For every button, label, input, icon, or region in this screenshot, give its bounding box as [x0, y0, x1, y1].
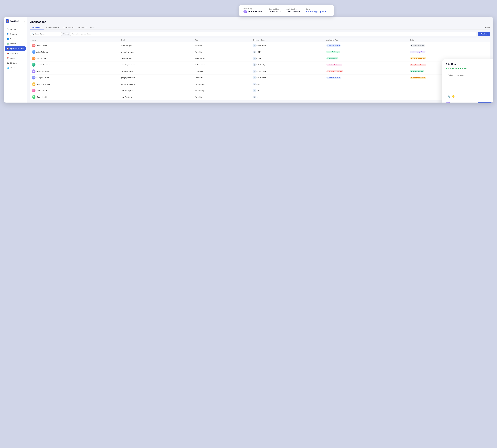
table-row[interactable]: WK Whitney D. Kenney whitney@realty.com …	[30, 81, 490, 87]
status-cell: Pending Applicant	[408, 49, 490, 55]
title-cell: Broker Record	[193, 55, 251, 62]
email-cell: sean@realty.com	[120, 87, 193, 94]
applications-badge: 50	[20, 48, 24, 49]
name-cell: MD Mary G. Dunkle	[32, 95, 118, 99]
page-title: Applications	[30, 20, 490, 24]
tab-non-members[interactable]: Non-Members (15)	[44, 26, 61, 30]
brokerage-cell: 🏢 Sav...	[251, 94, 325, 100]
table-row[interactable]: MD Mary G. Dunkle mary@realty.com Associ…	[30, 94, 490, 100]
brokerage-cell: 🏢 BREB Realty	[251, 75, 325, 81]
app-type-badge: Transfer Member	[326, 44, 341, 47]
submitted-by-label: Submitted By	[243, 8, 263, 9]
app-type-cell: —	[325, 81, 408, 87]
emoji-icon[interactable]: 🙂	[452, 95, 455, 98]
sidebar-item-elections[interactable]: 🗳 Elections	[5, 61, 26, 65]
note-textarea[interactable]	[448, 74, 490, 94]
app-type-cell: Re-Instate Member	[325, 62, 408, 68]
status-dot-icon	[306, 11, 307, 12]
brokerage-cell: 🏢 Nila...	[251, 81, 325, 87]
chevron-down-icon: ▼	[473, 33, 475, 35]
sidebar-item-campaigns[interactable]: 📣 Campaigns ▼	[5, 51, 26, 56]
app-type-cell: Transfer Member	[325, 75, 408, 81]
row-avatar: GB	[32, 76, 35, 80]
toolbar: 🔍 Filter by Application type and status …	[30, 32, 490, 36]
applicant-name: Mary G. Dunkle	[36, 96, 47, 98]
sidebar-item-label: Events	[10, 57, 15, 59]
email-cell: mary@realty.com	[120, 94, 193, 100]
brokerage-name: Nila...	[257, 83, 260, 85]
tabs-bar: Members (20) Non-Members (15) Brokerages…	[30, 26, 490, 30]
sidebar-item-website[interactable]: 🌐 Website ▼	[5, 65, 26, 70]
logo-icon: 🏠	[6, 19, 9, 23]
attachment-icon[interactable]: 📎	[448, 95, 450, 98]
table-row[interactable]: AS Arthur R. Sellers arthur@realty.com A…	[30, 49, 490, 55]
status-badge: Pending Brokerage	[410, 57, 426, 60]
brokerage-cell: 🏢 OREA	[251, 49, 325, 55]
brokerage-icon: 🏢	[253, 44, 256, 47]
modal-footer: EH Approval	[446, 102, 492, 103]
application-type-value: New Member	[287, 10, 300, 13]
campaigns-arrow-icon: ▼	[22, 53, 24, 54]
app-type-cell: Transfer Member	[325, 42, 408, 49]
table-row[interactable]: SK Sean K. Hamm sean@realty.com Sales Ma…	[30, 87, 490, 94]
sidebar-item-members[interactable]: 👤 Members	[5, 32, 26, 36]
sidebar-item-non-members[interactable]: 👥 Non-Members	[5, 36, 26, 41]
submitted-date-value: Jan 5, 2023	[269, 10, 281, 13]
applicant-name: Kenneth B. Aranda	[36, 64, 50, 66]
col-email: Email	[120, 38, 193, 42]
table-row[interactable]: LW Lillian D. Ware lillian@realty.com As…	[30, 42, 490, 49]
title-cell: Coordinator	[193, 68, 251, 75]
app-type-cell: —	[325, 94, 408, 100]
sidebar-item-events[interactable]: 📅 Events	[5, 56, 26, 61]
tab-metrics[interactable]: Metrics	[88, 26, 97, 30]
app-type-badge: Re-Instate Member	[326, 64, 342, 66]
applications-icon: 📋	[7, 48, 9, 50]
sidebar-item-dashboard[interactable]: ⊞ Dashboard	[5, 27, 26, 32]
dashboard-icon: ⊞	[7, 28, 9, 30]
submitted-by-field: Submitted By EH Esther Howard	[243, 8, 263, 13]
modal-status-text: Applicant Approval	[448, 67, 467, 70]
submitted-by-value: EH Esther Howard	[243, 10, 263, 13]
brokerage-name: BREB Realty	[257, 77, 266, 79]
col-title: Title	[193, 38, 251, 42]
search-input[interactable]	[35, 33, 60, 35]
sidebar-collapse-button[interactable]: «	[24, 20, 25, 22]
modal-user-avatar: EH	[446, 102, 450, 103]
table-row[interactable]: KA Kenneth B. Aranda kenneth@realty.com …	[30, 62, 490, 68]
sidebar-item-applications[interactable]: 📋 Applications 50	[5, 46, 26, 51]
search-box[interactable]: 🔍	[30, 32, 62, 36]
tab-members[interactable]: Members (20)	[30, 26, 44, 30]
tab-vendors[interactable]: Vendors (5)	[77, 26, 88, 30]
table-row[interactable]: GK Gladys J. Kluesner gladys@gmail.com C…	[30, 68, 490, 75]
tab-brokerages[interactable]: Brokerages (10)	[61, 26, 76, 30]
add-applicant-button[interactable]: + Applicant	[478, 32, 490, 36]
title-cell: Associate	[193, 42, 251, 49]
brokerage-icon: 🏢	[253, 70, 256, 73]
status-badge: Applicant Active	[410, 70, 424, 72]
status-field: Status Pending Applicant	[306, 8, 327, 13]
row-avatar: GK	[32, 69, 35, 73]
table-row[interactable]: LD Laura S. Dyer laura@realty.com Broker…	[30, 55, 490, 62]
submitted-date-label: Submitted Date	[269, 8, 281, 10]
row-avatar: MD	[32, 95, 35, 99]
app-type-badge: New Member	[326, 57, 339, 60]
submitted-date-field: Submitted Date Jan 5, 2023	[269, 8, 281, 13]
submitter-avatar: EH	[243, 10, 247, 13]
sidebar-item-label: Non-Members	[10, 38, 20, 40]
elections-icon: 🗳	[7, 62, 9, 64]
approval-button[interactable]: Approval	[478, 102, 492, 103]
applicant-name: Laura S. Dyer	[36, 58, 46, 59]
settings-link[interactable]: Settings	[484, 26, 490, 28]
title-cell: Associate	[193, 49, 251, 55]
filter-select[interactable]: Application type and status ▼	[70, 32, 476, 36]
applications-table: Name Email Title Brokerage Name Applicat…	[30, 38, 490, 100]
website-arrow-icon: ▼	[22, 67, 24, 69]
brokerage-icon: 🏢	[253, 64, 256, 66]
sidebar-item-vendors[interactable]: 🏪 Vendors	[5, 41, 26, 46]
brokerage-name: Sav...	[257, 96, 260, 98]
table-row[interactable]: GB George S. Bryant george@realty.com Co…	[30, 75, 490, 81]
email-cell: kenneth@realty.com	[120, 62, 193, 68]
applicant-name: Lillian D. Ware	[36, 45, 47, 47]
note-textarea-wrap: 📎 🙂	[446, 72, 492, 100]
sidebar: 🏠 AgentBook « ⊞ Dashboard 👤 Members 👥 No…	[4, 17, 27, 103]
